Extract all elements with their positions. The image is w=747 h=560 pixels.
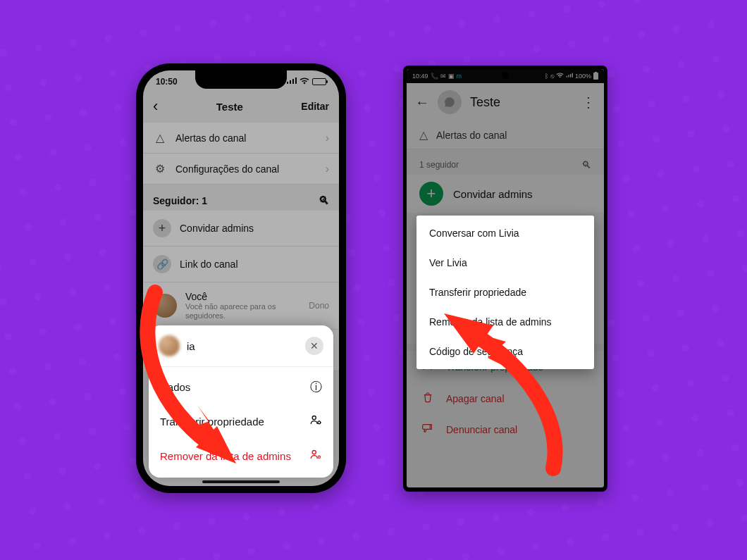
iphone-screen: 10:50 ‹ Teste Editar △ Alertas do canal … (143, 70, 339, 486)
sheet-transfer-row[interactable]: Transferir propriedade (149, 404, 333, 439)
svg-point-1 (318, 421, 321, 424)
avatar (159, 335, 180, 356)
menu-chat-with[interactable]: Conversar com Livia (416, 218, 594, 248)
close-icon[interactable]: ✕ (305, 337, 323, 355)
svg-point-0 (312, 416, 316, 419)
row-label: Dados (160, 381, 190, 393)
sheet-data-row[interactable]: Dados ⓘ (149, 370, 333, 404)
row-label: Transferir propriedade (160, 416, 264, 428)
menu-remove-admin[interactable]: Remover da lista de admins (416, 307, 594, 337)
android-screen: 10:49 📞 ✉ ▣ m ᛒ ⎋ 100% (407, 69, 604, 487)
svg-point-2 (312, 450, 316, 454)
row-label: Remover da lista de admins (160, 450, 291, 462)
member-action-sheet: ia ✕ Dados ⓘ Transferir propriedade Remo… (149, 325, 333, 478)
sheet-member-name: ia (187, 340, 195, 352)
person-remove-icon (309, 448, 322, 464)
background-pattern (0, 0, 747, 560)
divider (149, 366, 333, 367)
person-transfer-icon (309, 413, 322, 430)
home-indicator[interactable] (202, 480, 280, 483)
sheet-remove-admin-row[interactable]: Remover da lista de admins (149, 439, 333, 473)
info-icon: ⓘ (310, 379, 322, 395)
menu-transfer-ownership[interactable]: Transferir propriedade (416, 278, 594, 307)
camera-cutout (502, 72, 509, 79)
sheet-header: ia ✕ (149, 328, 333, 363)
iphone-notch (195, 70, 287, 89)
menu-view-profile[interactable]: Ver Livia (416, 248, 594, 278)
iphone-device-frame: 10:50 ‹ Teste Editar △ Alertas do canal … (136, 63, 346, 493)
menu-security-code[interactable]: Código de segurança (416, 337, 594, 366)
android-device-frame: 10:49 📞 ✉ ▣ m ᛒ ⎋ 100% (403, 66, 607, 492)
member-context-menu: Conversar com Livia Ver Livia Transferir… (416, 216, 594, 369)
